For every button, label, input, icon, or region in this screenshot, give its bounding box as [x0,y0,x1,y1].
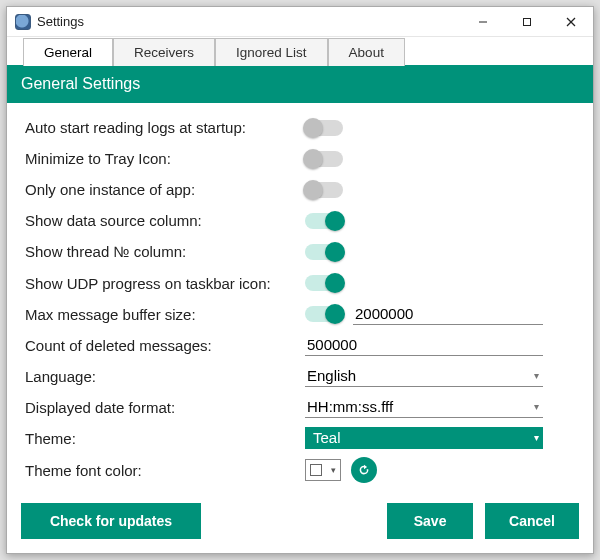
close-button[interactable] [549,7,593,36]
minimize-button[interactable] [461,7,505,36]
select-theme-value: Teal [313,429,341,446]
label-language: Language: [25,368,305,385]
select-date-format[interactable]: HH:mm:ss.fff ▾ [305,396,543,418]
row-minimize-tray: Minimize to Tray Icon: [25,146,575,171]
row-language: Language: English ▾ [25,364,575,389]
toggle-max-buffer[interactable] [305,306,343,322]
toggle-thread-no[interactable] [305,244,343,260]
label-theme-font-color: Theme font color: [25,462,305,479]
footer: Check for updates Save Cancel [7,491,593,553]
row-auto-start: Auto start reading logs at startup: [25,115,575,140]
chevron-down-icon: ▾ [534,401,539,412]
row-theme: Theme: Teal ▾ [25,426,575,451]
select-theme[interactable]: Teal ▾ [305,427,543,449]
chevron-down-icon: ▾ [534,432,539,443]
row-udp-progress: Show UDP progress on taskbar icon: [25,270,575,295]
label-auto-start: Auto start reading logs at startup: [25,119,305,136]
tab-ignored-list[interactable]: Ignored List [215,38,328,66]
label-minimize-tray: Minimize to Tray Icon: [25,150,305,167]
titlebar: Settings [7,7,593,37]
color-swatch [310,464,322,476]
tab-general[interactable]: General [23,38,113,66]
footer-spacer [213,503,375,539]
toggle-auto-start[interactable] [305,120,343,136]
row-theme-font-color: Theme font color: ▾ [25,457,575,483]
app-icon [15,14,31,30]
label-udp-progress: Show UDP progress on taskbar icon: [25,275,305,292]
row-deleted-count: Count of deleted messages: [25,333,575,358]
section-header: General Settings [7,65,593,103]
row-data-source: Show data source column: [25,208,575,233]
settings-window: Settings General Receivers Ignored List … [6,6,594,554]
label-theme: Theme: [25,430,305,447]
select-language-value: English [307,367,356,384]
label-deleted-count: Count of deleted messages: [25,337,305,354]
window-title: Settings [37,14,461,29]
chevron-down-icon: ▾ [534,370,539,381]
save-button[interactable]: Save [387,503,473,539]
toggle-one-instance[interactable] [305,182,343,198]
svg-rect-1 [524,18,531,25]
label-thread-no: Show thread № column: [25,243,305,260]
reset-color-button[interactable] [351,457,377,483]
cancel-button[interactable]: Cancel [485,503,579,539]
settings-panel: Auto start reading logs at startup: Mini… [7,103,593,491]
label-max-buffer: Max message buffer size: [25,306,305,323]
input-deleted-count[interactable] [305,334,543,356]
row-one-instance: Only one instance of app: [25,177,575,202]
reset-icon [357,463,371,477]
input-max-buffer[interactable] [353,303,543,325]
chevron-down-icon: ▾ [331,465,336,475]
color-picker[interactable]: ▾ [305,459,341,481]
toggle-data-source[interactable] [305,213,343,229]
row-thread-no: Show thread № column: [25,239,575,264]
row-max-buffer: Max message buffer size: [25,302,575,327]
select-language[interactable]: English ▾ [305,365,543,387]
toggle-udp-progress[interactable] [305,275,343,291]
check-updates-button[interactable]: Check for updates [21,503,201,539]
window-controls [461,7,593,36]
tab-bar: General Receivers Ignored List About [7,37,593,65]
label-one-instance: Only one instance of app: [25,181,305,198]
tab-receivers[interactable]: Receivers [113,38,215,66]
maximize-button[interactable] [505,7,549,36]
label-data-source: Show data source column: [25,212,305,229]
toggle-minimize-tray[interactable] [305,151,343,167]
label-date-format: Displayed date format: [25,399,305,416]
tab-about[interactable]: About [328,38,405,66]
row-date-format: Displayed date format: HH:mm:ss.fff ▾ [25,395,575,420]
select-date-format-value: HH:mm:ss.fff [307,398,393,415]
